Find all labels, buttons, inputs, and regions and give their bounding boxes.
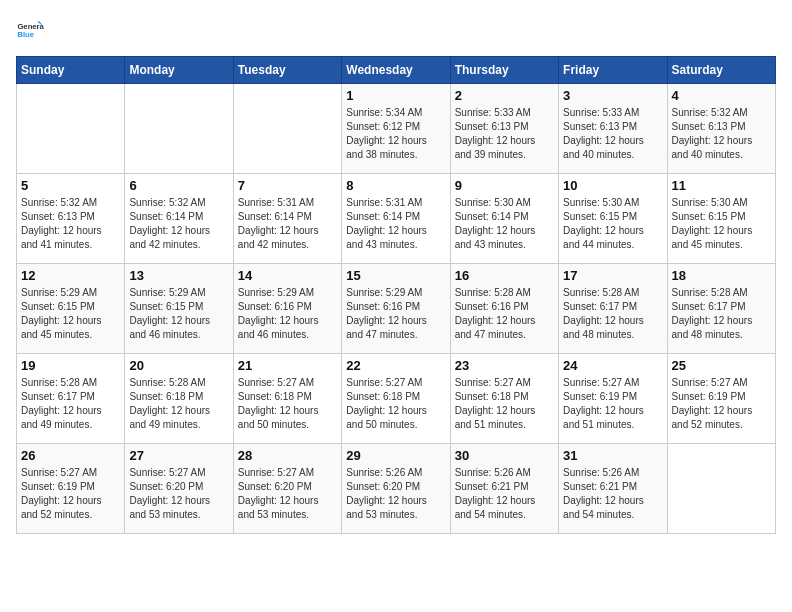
day-info: Sunrise: 5:26 AM Sunset: 6:20 PM Dayligh… xyxy=(346,466,445,522)
calendar-cell xyxy=(233,84,341,174)
day-number: 27 xyxy=(129,448,228,463)
calendar-cell: 15Sunrise: 5:29 AM Sunset: 6:16 PM Dayli… xyxy=(342,264,450,354)
calendar-cell xyxy=(667,444,775,534)
calendar-week-1: 1Sunrise: 5:34 AM Sunset: 6:12 PM Daylig… xyxy=(17,84,776,174)
calendar-cell: 28Sunrise: 5:27 AM Sunset: 6:20 PM Dayli… xyxy=(233,444,341,534)
calendar-cell: 26Sunrise: 5:27 AM Sunset: 6:19 PM Dayli… xyxy=(17,444,125,534)
calendar-cell: 5Sunrise: 5:32 AM Sunset: 6:13 PM Daylig… xyxy=(17,174,125,264)
day-number: 10 xyxy=(563,178,662,193)
calendar-cell: 8Sunrise: 5:31 AM Sunset: 6:14 PM Daylig… xyxy=(342,174,450,264)
logo: General Blue xyxy=(16,16,48,44)
calendar-week-3: 12Sunrise: 5:29 AM Sunset: 6:15 PM Dayli… xyxy=(17,264,776,354)
day-info: Sunrise: 5:27 AM Sunset: 6:18 PM Dayligh… xyxy=(238,376,337,432)
day-number: 15 xyxy=(346,268,445,283)
day-info: Sunrise: 5:29 AM Sunset: 6:16 PM Dayligh… xyxy=(346,286,445,342)
calendar-cell: 2Sunrise: 5:33 AM Sunset: 6:13 PM Daylig… xyxy=(450,84,558,174)
day-number: 1 xyxy=(346,88,445,103)
day-number: 28 xyxy=(238,448,337,463)
calendar-cell: 3Sunrise: 5:33 AM Sunset: 6:13 PM Daylig… xyxy=(559,84,667,174)
day-info: Sunrise: 5:31 AM Sunset: 6:14 PM Dayligh… xyxy=(346,196,445,252)
day-info: Sunrise: 5:27 AM Sunset: 6:18 PM Dayligh… xyxy=(455,376,554,432)
calendar-week-5: 26Sunrise: 5:27 AM Sunset: 6:19 PM Dayli… xyxy=(17,444,776,534)
day-number: 6 xyxy=(129,178,228,193)
calendar-cell: 20Sunrise: 5:28 AM Sunset: 6:18 PM Dayli… xyxy=(125,354,233,444)
day-info: Sunrise: 5:29 AM Sunset: 6:15 PM Dayligh… xyxy=(21,286,120,342)
svg-text:Blue: Blue xyxy=(17,30,34,39)
calendar-cell xyxy=(17,84,125,174)
calendar-cell: 21Sunrise: 5:27 AM Sunset: 6:18 PM Dayli… xyxy=(233,354,341,444)
day-number: 7 xyxy=(238,178,337,193)
day-info: Sunrise: 5:27 AM Sunset: 6:18 PM Dayligh… xyxy=(346,376,445,432)
calendar-cell: 23Sunrise: 5:27 AM Sunset: 6:18 PM Dayli… xyxy=(450,354,558,444)
day-number: 25 xyxy=(672,358,771,373)
calendar-cell xyxy=(125,84,233,174)
day-info: Sunrise: 5:28 AM Sunset: 6:17 PM Dayligh… xyxy=(21,376,120,432)
day-number: 12 xyxy=(21,268,120,283)
day-info: Sunrise: 5:26 AM Sunset: 6:21 PM Dayligh… xyxy=(455,466,554,522)
day-number: 30 xyxy=(455,448,554,463)
day-number: 22 xyxy=(346,358,445,373)
calendar-cell: 11Sunrise: 5:30 AM Sunset: 6:15 PM Dayli… xyxy=(667,174,775,264)
day-info: Sunrise: 5:27 AM Sunset: 6:20 PM Dayligh… xyxy=(129,466,228,522)
calendar-cell: 6Sunrise: 5:32 AM Sunset: 6:14 PM Daylig… xyxy=(125,174,233,264)
day-info: Sunrise: 5:32 AM Sunset: 6:13 PM Dayligh… xyxy=(21,196,120,252)
day-info: Sunrise: 5:28 AM Sunset: 6:16 PM Dayligh… xyxy=(455,286,554,342)
day-info: Sunrise: 5:28 AM Sunset: 6:18 PM Dayligh… xyxy=(129,376,228,432)
calendar-cell: 19Sunrise: 5:28 AM Sunset: 6:17 PM Dayli… xyxy=(17,354,125,444)
day-number: 31 xyxy=(563,448,662,463)
day-info: Sunrise: 5:27 AM Sunset: 6:19 PM Dayligh… xyxy=(672,376,771,432)
day-info: Sunrise: 5:28 AM Sunset: 6:17 PM Dayligh… xyxy=(672,286,771,342)
calendar-table: SundayMondayTuesdayWednesdayThursdayFrid… xyxy=(16,56,776,534)
calendar-cell: 29Sunrise: 5:26 AM Sunset: 6:20 PM Dayli… xyxy=(342,444,450,534)
weekday-header-monday: Monday xyxy=(125,57,233,84)
calendar-cell: 30Sunrise: 5:26 AM Sunset: 6:21 PM Dayli… xyxy=(450,444,558,534)
day-number: 3 xyxy=(563,88,662,103)
calendar-cell: 24Sunrise: 5:27 AM Sunset: 6:19 PM Dayli… xyxy=(559,354,667,444)
day-number: 23 xyxy=(455,358,554,373)
day-number: 8 xyxy=(346,178,445,193)
calendar-cell: 4Sunrise: 5:32 AM Sunset: 6:13 PM Daylig… xyxy=(667,84,775,174)
calendar-cell: 16Sunrise: 5:28 AM Sunset: 6:16 PM Dayli… xyxy=(450,264,558,354)
day-number: 5 xyxy=(21,178,120,193)
day-number: 13 xyxy=(129,268,228,283)
day-info: Sunrise: 5:26 AM Sunset: 6:21 PM Dayligh… xyxy=(563,466,662,522)
calendar-week-4: 19Sunrise: 5:28 AM Sunset: 6:17 PM Dayli… xyxy=(17,354,776,444)
day-info: Sunrise: 5:34 AM Sunset: 6:12 PM Dayligh… xyxy=(346,106,445,162)
day-info: Sunrise: 5:32 AM Sunset: 6:13 PM Dayligh… xyxy=(672,106,771,162)
weekday-header-wednesday: Wednesday xyxy=(342,57,450,84)
calendar-cell: 9Sunrise: 5:30 AM Sunset: 6:14 PM Daylig… xyxy=(450,174,558,264)
day-number: 16 xyxy=(455,268,554,283)
day-info: Sunrise: 5:29 AM Sunset: 6:15 PM Dayligh… xyxy=(129,286,228,342)
calendar-cell: 1Sunrise: 5:34 AM Sunset: 6:12 PM Daylig… xyxy=(342,84,450,174)
day-number: 20 xyxy=(129,358,228,373)
calendar-cell: 10Sunrise: 5:30 AM Sunset: 6:15 PM Dayli… xyxy=(559,174,667,264)
day-number: 29 xyxy=(346,448,445,463)
weekday-header-row: SundayMondayTuesdayWednesdayThursdayFrid… xyxy=(17,57,776,84)
day-info: Sunrise: 5:30 AM Sunset: 6:15 PM Dayligh… xyxy=(672,196,771,252)
calendar-cell: 7Sunrise: 5:31 AM Sunset: 6:14 PM Daylig… xyxy=(233,174,341,264)
page-header: General Blue xyxy=(16,16,776,44)
calendar-cell: 14Sunrise: 5:29 AM Sunset: 6:16 PM Dayli… xyxy=(233,264,341,354)
day-info: Sunrise: 5:29 AM Sunset: 6:16 PM Dayligh… xyxy=(238,286,337,342)
weekday-header-sunday: Sunday xyxy=(17,57,125,84)
day-info: Sunrise: 5:33 AM Sunset: 6:13 PM Dayligh… xyxy=(455,106,554,162)
weekday-header-tuesday: Tuesday xyxy=(233,57,341,84)
calendar-cell: 25Sunrise: 5:27 AM Sunset: 6:19 PM Dayli… xyxy=(667,354,775,444)
day-number: 4 xyxy=(672,88,771,103)
day-info: Sunrise: 5:30 AM Sunset: 6:15 PM Dayligh… xyxy=(563,196,662,252)
day-number: 14 xyxy=(238,268,337,283)
day-number: 26 xyxy=(21,448,120,463)
weekday-header-thursday: Thursday xyxy=(450,57,558,84)
calendar-week-2: 5Sunrise: 5:32 AM Sunset: 6:13 PM Daylig… xyxy=(17,174,776,264)
day-number: 24 xyxy=(563,358,662,373)
logo-icon: General Blue xyxy=(16,16,44,44)
day-number: 17 xyxy=(563,268,662,283)
calendar-body: 1Sunrise: 5:34 AM Sunset: 6:12 PM Daylig… xyxy=(17,84,776,534)
day-info: Sunrise: 5:27 AM Sunset: 6:20 PM Dayligh… xyxy=(238,466,337,522)
calendar-cell: 31Sunrise: 5:26 AM Sunset: 6:21 PM Dayli… xyxy=(559,444,667,534)
calendar-cell: 13Sunrise: 5:29 AM Sunset: 6:15 PM Dayli… xyxy=(125,264,233,354)
day-number: 11 xyxy=(672,178,771,193)
calendar-cell: 22Sunrise: 5:27 AM Sunset: 6:18 PM Dayli… xyxy=(342,354,450,444)
calendar-cell: 27Sunrise: 5:27 AM Sunset: 6:20 PM Dayli… xyxy=(125,444,233,534)
day-number: 2 xyxy=(455,88,554,103)
